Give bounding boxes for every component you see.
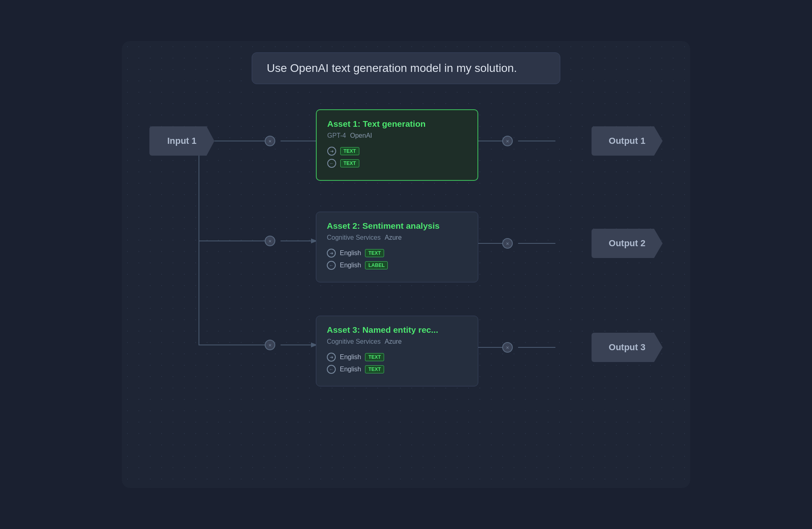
connector-2-left[interactable]: × [265,236,275,246]
output-node-3-label: Output 3 [609,342,645,353]
asset-2-label-in: English [340,262,361,269]
prompt-text: Use OpenAI text generation model in my s… [267,62,517,74]
connector-1-left[interactable]: × [265,136,275,146]
asset-2-badge-out: TEXT [365,249,384,257]
asset-3-port-out: ➜ English TEXT [327,353,467,362]
asset-1-title: Asset 1: Text generation [327,119,467,129]
asset-1-badge-out: TEXT [340,147,359,155]
output-node-3[interactable]: Output 3 [592,333,663,362]
asset-2-platform: Azure [385,234,402,241]
output-node-1[interactable]: Output 1 [592,126,663,156]
prompt-box: Use OpenAI text generation model in my s… [252,52,560,84]
workflow-canvas: Use OpenAI text generation model in my s… [122,41,690,488]
asset-3-platform: Azure [385,338,402,345]
port-out-icon-3: ➜ [327,353,336,362]
asset-2-subtitle: Cognitive Services Azure [327,234,467,241]
asset-2-label-out: English [340,249,361,257]
output-node-2[interactable]: Output 2 [592,229,663,258]
asset-3-provider: Cognitive Services [327,338,381,345]
port-in-icon-2: ← [327,261,336,270]
asset-3-badge-in: TEXT [365,365,384,373]
asset-2-port-in: ← English LABEL [327,261,467,270]
asset-2-title: Asset 2: Sentiment analysis [327,221,467,231]
asset-1-platform: OpenAI [350,132,372,139]
asset-1-port-in: ← TEXT [327,159,467,168]
input-node[interactable]: Input 1 [149,126,214,156]
port-out-icon: ➜ [327,147,336,156]
connector-2-right[interactable]: × [502,238,513,249]
asset-card-1[interactable]: Asset 1: Text generation GPT-4 OpenAI ➜ … [316,109,478,181]
connector-1-right[interactable]: × [502,136,513,146]
asset-3-label-out: English [340,353,361,361]
asset-2-badge-in: LABEL [365,261,388,269]
asset-3-title: Asset 3: Named entity rec... [327,325,467,335]
asset-1-subtitle: GPT-4 OpenAI [327,132,467,139]
asset-2-provider: Cognitive Services [327,234,381,241]
output-node-1-label: Output 1 [609,136,645,146]
asset-2-port-out: ➜ English TEXT [327,249,467,258]
asset-3-badge-out: TEXT [365,353,384,361]
output-node-2-label: Output 2 [609,238,645,249]
port-out-icon-2: ➜ [327,249,336,258]
connector-3-right[interactable]: × [502,342,513,353]
asset-3-subtitle: Cognitive Services Azure [327,338,467,345]
input-node-label: Input 1 [167,136,197,146]
asset-card-3[interactable]: Asset 3: Named entity rec... Cognitive S… [316,316,478,386]
asset-3-label-in: English [340,366,361,373]
asset-3-port-in: ← English TEXT [327,365,467,374]
asset-card-2[interactable]: Asset 2: Sentiment analysis Cognitive Se… [316,212,478,282]
port-in-icon-3: ← [327,365,336,374]
port-in-icon: ← [327,159,336,168]
asset-1-provider: GPT-4 [327,132,346,139]
connector-3-left[interactable]: × [265,340,275,350]
asset-1-badge-in: TEXT [340,159,359,167]
asset-1-port-out: ➜ TEXT [327,147,467,156]
